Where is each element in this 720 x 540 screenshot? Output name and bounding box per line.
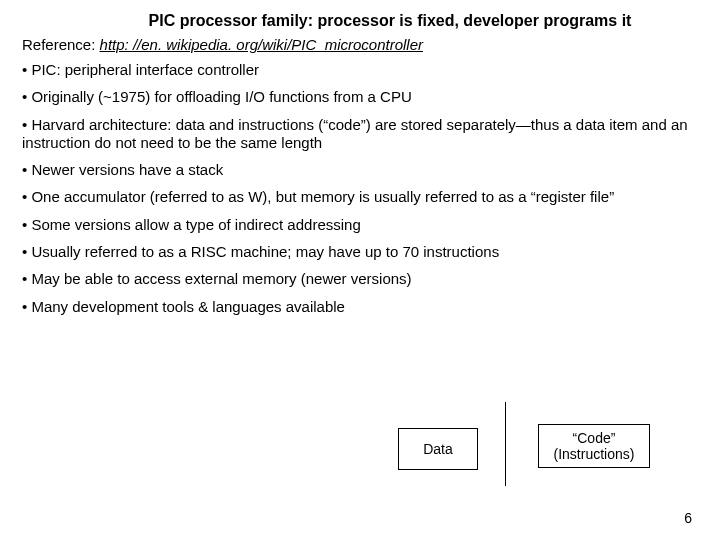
bullet-text: PIC: peripheral interface controller [31, 61, 259, 78]
data-box: Data [398, 428, 478, 470]
reference-label: Reference: [22, 36, 100, 53]
reference-line: Reference: http: //en. wikipedia. org/wi… [22, 36, 698, 53]
bullet-text: Some versions allow a type of indirect a… [31, 216, 360, 233]
bullet-list: • PIC: peripheral interface controller •… [22, 61, 698, 316]
bullet-text: Originally (~1975) for offloading I/O fu… [31, 88, 411, 105]
bullet-item: • May be able to access external memory … [22, 270, 698, 288]
code-box: “Code” (Instructions) [538, 424, 650, 468]
bullet-item: • Harvard architecture: data and instruc… [22, 116, 698, 153]
bullet-item: • Some versions allow a type of indirect… [22, 216, 698, 234]
harvard-diagram: Data “Code” (Instructions) [360, 402, 700, 492]
code-box-label: “Code” (Instructions) [545, 430, 643, 462]
bullet-item: • Newer versions have a stack [22, 161, 698, 179]
bullet-text: Many development tools & languages avail… [31, 298, 345, 315]
data-box-label: Data [423, 441, 453, 457]
bullet-item: • Usually referred to as a RISC machine;… [22, 243, 698, 261]
separator-line [505, 402, 506, 486]
bullet-text: One accumulator (referred to as W), but … [31, 188, 614, 205]
page-number: 6 [684, 510, 692, 526]
bullet-text: Harvard architecture: data and instructi… [22, 116, 688, 151]
bullet-item: • Originally (~1975) for offloading I/O … [22, 88, 698, 106]
bullet-item: • One accumulator (referred to as W), bu… [22, 188, 698, 206]
bullet-text: Newer versions have a stack [31, 161, 223, 178]
bullet-text: May be able to access external memory (n… [31, 270, 411, 287]
slide-title: PIC processor family: processor is fixed… [22, 12, 698, 30]
reference-link[interactable]: http: //en. wikipedia. org/wiki/PIC_micr… [100, 36, 423, 53]
bullet-text: Usually referred to as a RISC machine; m… [31, 243, 499, 260]
slide: PIC processor family: processor is fixed… [0, 0, 720, 540]
bullet-item: • Many development tools & languages ava… [22, 298, 698, 316]
bullet-item: • PIC: peripheral interface controller [22, 61, 698, 79]
